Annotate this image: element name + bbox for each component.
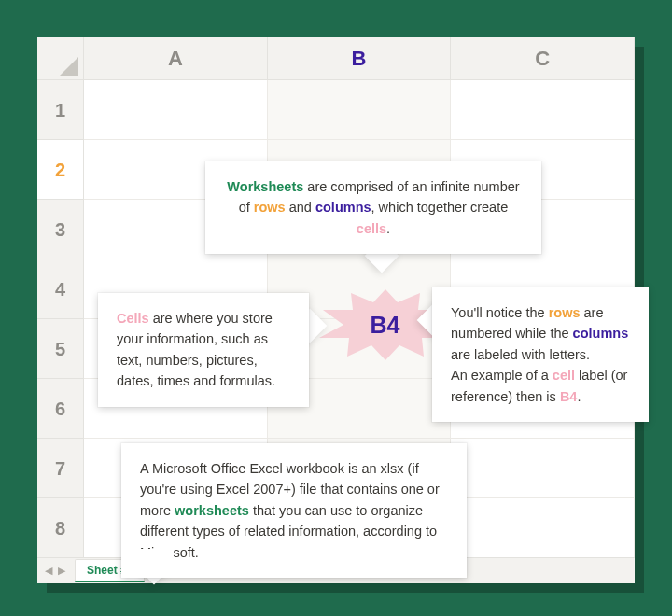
column-header-a[interactable]: A — [84, 37, 268, 80]
row-header-1[interactable]: 1 — [37, 80, 84, 140]
svg-marker-0 — [60, 57, 78, 76]
next-sheet-icon[interactable]: ▶ — [58, 565, 65, 577]
hl-columns: columns — [573, 326, 629, 341]
row-header-4[interactable]: 4 — [37, 259, 84, 319]
hl-rows: rows — [254, 200, 286, 215]
hl-worksheets: worksheets — [175, 503, 249, 518]
row-header-6[interactable]: 6 — [37, 379, 84, 439]
hl-cells: cells — [357, 221, 386, 236]
cell-a1[interactable] — [84, 80, 268, 140]
cell-b1[interactable] — [268, 80, 452, 140]
callout-rows-columns: You'll notice the rows are numbered whil… — [432, 287, 649, 422]
select-all-corner[interactable] — [37, 37, 84, 80]
cell-c1[interactable] — [451, 80, 635, 140]
cell-c7[interactable] — [451, 439, 635, 498]
hl-b4: B4 — [560, 389, 578, 404]
selected-cell-starburst: B4 — [336, 299, 434, 351]
cell-c8[interactable] — [451, 498, 635, 557]
row-header-7[interactable]: 7 — [37, 439, 84, 498]
row-header-3[interactable]: 3 — [37, 200, 84, 259]
selected-cell-label: B4 — [371, 312, 400, 339]
callout-workbook: A Microsoft Office Excel workbook is an … — [121, 443, 467, 578]
hl-cell: cell — [553, 368, 575, 383]
hl-columns: columns — [315, 200, 371, 215]
column-header-c[interactable]: C — [451, 37, 635, 80]
hl-rows: rows — [549, 305, 581, 320]
hl-cells: Cells — [117, 311, 149, 326]
prev-sheet-icon[interactable]: ◀ — [45, 565, 52, 577]
hl-worksheets: Worksheets — [227, 179, 303, 194]
row-header-5[interactable]: 5 — [37, 319, 84, 379]
row-header-2[interactable]: 2 — [37, 140, 84, 200]
callout-cells: Cells are where you store your informati… — [98, 293, 309, 407]
column-header-b[interactable]: B — [268, 37, 452, 80]
spreadsheet-window: A B C 1 2 3 4 5 6 7 8 B4 Worksheets are … — [37, 37, 635, 583]
row-header-8[interactable]: 8 — [37, 498, 84, 557]
